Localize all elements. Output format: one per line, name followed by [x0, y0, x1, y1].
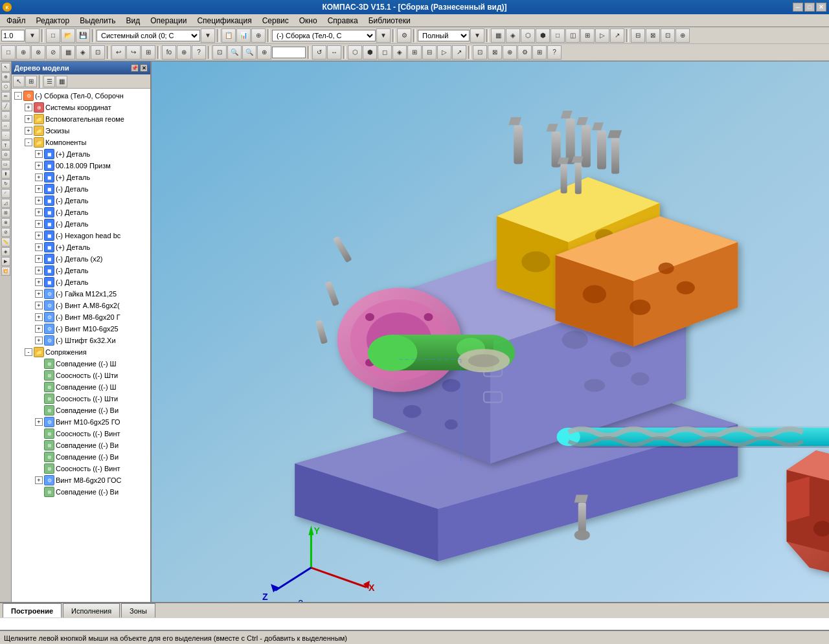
tb2-2[interactable]: ⊕: [16, 45, 30, 60]
tree-item[interactable]: ⊗Соосность ((-) Шти: [12, 370, 150, 381]
tree-expand-btn[interactable]: +: [25, 104, 32, 111]
render-btn-1[interactable]: ▦: [491, 28, 505, 43]
render-btn-6[interactable]: ◫: [565, 28, 580, 43]
revolve-icon[interactable]: ↻: [1, 179, 10, 188]
menu-help[interactable]: Справка: [323, 15, 363, 27]
tree-expand-btn[interactable]: +: [35, 220, 43, 228]
viewport[interactable]: Y X Z 2: [152, 61, 829, 602]
save-btn[interactable]: 💾: [76, 28, 90, 43]
tab-build[interactable]: Построение: [3, 603, 62, 617]
tree-item[interactable]: ⊗Совпадение ((-) Ви: [12, 451, 150, 463]
tb2-7[interactable]: ⊡: [91, 45, 105, 60]
tree-item[interactable]: +⚙(-) Винт М10-6gх25: [12, 323, 150, 335]
tree-expand-btn[interactable]: +: [35, 476, 43, 484]
tree-item[interactable]: +⚙Винт М10-6gх25 ГО: [12, 416, 150, 428]
render-btn-2[interactable]: ◈: [506, 28, 520, 43]
extra-3[interactable]: ⊕: [503, 45, 517, 60]
tree-item[interactable]: -📁Сопряжения: [12, 346, 150, 358]
layer-input[interactable]: [1, 30, 25, 41]
part-icon[interactable]: ⬡: [1, 82, 10, 91]
tree-item[interactable]: ⊗Совпадение ((-) Ш: [12, 381, 150, 393]
tree-item[interactable]: ⊗Соосность ((-) Винт: [12, 428, 150, 439]
tree-expand-btn[interactable]: +: [35, 418, 43, 426]
view3d-3[interactable]: ◻: [378, 45, 392, 60]
extra-2[interactable]: ⊠: [488, 45, 502, 60]
tb2-13[interactable]: ?: [192, 45, 206, 60]
layer-combo-btn[interactable]: ▼: [201, 28, 215, 43]
tree-expand-btn[interactable]: +: [35, 302, 43, 309]
tree-expand-btn[interactable]: +: [35, 162, 43, 170]
tree-expand-btn[interactable]: +: [35, 197, 43, 205]
tree-expand-btn[interactable]: +: [35, 337, 43, 344]
tree-item[interactable]: +⚙(-) Винт А.М8-6gх2(: [12, 300, 150, 311]
window-controls[interactable]: ─ □ ✕: [793, 3, 826, 12]
tree-list-btn[interactable]: ☰: [43, 76, 55, 87]
render-btn-9[interactable]: ↗: [610, 28, 624, 43]
tree-expand-btn[interactable]: +: [35, 267, 43, 274]
tree-item[interactable]: +◼(-) Деталь (x2): [12, 253, 150, 265]
menu-operations[interactable]: Операции: [145, 15, 192, 27]
render-btn-4[interactable]: ⬢: [536, 28, 550, 43]
tab-zones[interactable]: Зоны: [121, 603, 155, 617]
pattern-icon[interactable]: ⊞: [1, 208, 10, 217]
tree-expand-btn[interactable]: -: [25, 348, 32, 356]
tb2-8[interactable]: ↩: [111, 45, 126, 60]
tb-assem-1[interactable]: ⚙: [397, 28, 411, 43]
tb-extra-3[interactable]: ⊡: [661, 28, 675, 43]
tree-expand-btn[interactable]: +: [35, 290, 43, 298]
tree-cursor-btn[interactable]: ↖: [13, 76, 25, 87]
tree-item[interactable]: +⊕Системы координат: [12, 102, 150, 113]
tb2-11[interactable]: fo: [162, 45, 176, 60]
tb-extra-2[interactable]: ⊠: [646, 28, 660, 43]
zoom-fit-btn[interactable]: ⊕: [257, 45, 271, 60]
tb2-12[interactable]: ⊕: [177, 45, 191, 60]
tb-btn-2[interactable]: 📊: [236, 28, 251, 43]
mate-icon[interactable]: ⊗: [1, 218, 10, 227]
tb-btn-1[interactable]: 📋: [221, 28, 236, 43]
tb2-10[interactable]: ⊞: [141, 45, 155, 60]
tree-item[interactable]: -📁Компоненты: [12, 137, 150, 148]
tree-expand-btn[interactable]: +: [35, 325, 43, 333]
tree-expand-btn[interactable]: +: [35, 208, 43, 216]
tree-item[interactable]: ⊗Соосность ((-) Шти: [12, 393, 150, 405]
menu-service[interactable]: Сервис: [257, 15, 294, 27]
hole-icon[interactable]: ⊙: [1, 150, 10, 159]
rotate-btn[interactable]: ↺: [312, 45, 326, 60]
tree-item[interactable]: +◼(+) Деталь: [12, 241, 150, 253]
tb-extra-4[interactable]: ⊕: [676, 28, 690, 43]
tree-item[interactable]: +◼(-) Деталь: [12, 218, 150, 230]
extra-6[interactable]: ?: [547, 45, 562, 60]
render-icon[interactable]: ◈: [1, 247, 10, 256]
zoom-out-btn[interactable]: 🔍: [242, 45, 256, 60]
tree-expand-btn[interactable]: +: [35, 278, 43, 286]
view3d-4[interactable]: ◈: [392, 45, 407, 60]
plane-icon[interactable]: ▭: [1, 160, 10, 169]
tree-item[interactable]: +📁Эскизы: [12, 125, 150, 137]
tree-item[interactable]: ⊗Совпадение ((-) Ш: [12, 358, 150, 370]
tree-expand-btn[interactable]: -: [14, 92, 22, 100]
extra-1[interactable]: ⊡: [473, 45, 487, 60]
view3d-7[interactable]: ▷: [437, 45, 451, 60]
section-icon[interactable]: ⊘: [1, 228, 10, 237]
tree-item[interactable]: +📁Вспомогательная геоме: [12, 113, 150, 125]
tree-expand-btn[interactable]: -: [25, 139, 32, 146]
tree-item[interactable]: +◼(-) Деталь: [12, 276, 150, 288]
tree-item[interactable]: ⊗Совпадение ((-) Ви: [12, 439, 150, 451]
tree-item[interactable]: +◼(-) Деталь: [12, 206, 150, 218]
tree-item[interactable]: +⚙(-) Винт М8-6gх20 Г: [12, 311, 150, 323]
tb2-3[interactable]: ⊗: [31, 45, 45, 60]
extra-5[interactable]: ⊞: [532, 45, 547, 60]
tree-content[interactable]: -⚙(-) Сборка (Тел-0, Сборочн+⊕Системы ко…: [12, 89, 150, 602]
cursor-icon[interactable]: ↖: [1, 63, 10, 72]
select-icon[interactable]: ⊕: [1, 72, 10, 82]
menu-file[interactable]: Файл: [1, 15, 31, 27]
animate-icon[interactable]: ▶: [1, 257, 10, 266]
view3d-2[interactable]: ⬢: [363, 45, 377, 60]
tb2-4[interactable]: ⊘: [46, 45, 60, 60]
view-combo-btn[interactable]: ▼: [376, 28, 391, 43]
tree-item[interactable]: ⊗Соосность ((-) Винт: [12, 463, 150, 474]
tree-item[interactable]: +◼00.18.009 Призм: [12, 160, 150, 172]
tree-item[interactable]: +◼(+) Деталь: [12, 148, 150, 160]
text-icon[interactable]: T: [1, 140, 10, 150]
view3d-5[interactable]: ⊞: [407, 45, 422, 60]
